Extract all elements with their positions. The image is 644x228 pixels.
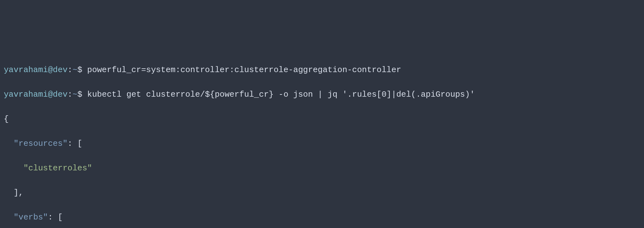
prompt-host: dev xyxy=(53,90,68,99)
command-2: kubectl get clusterrole/${powerful_cr} -… xyxy=(87,90,475,99)
command-text-2 xyxy=(82,90,87,99)
json-string-clusterroles: "clusterroles" xyxy=(23,163,92,173)
command-text-1 xyxy=(82,65,87,75)
json-output-line: "verbs": [ xyxy=(4,211,640,224)
prompt-colon: : xyxy=(68,90,73,99)
command-line-2[interactable]: yavrahami@dev:~$ kubectl get clusterrole… xyxy=(4,88,640,101)
json-punct: : [ xyxy=(48,213,63,222)
prompt-path: ~ xyxy=(72,90,77,99)
json-output-line: "clusterroles" xyxy=(4,162,640,174)
json-output-line: "resources": [ xyxy=(4,138,640,150)
terminal-output: yavrahami@dev:~$ powerful_cr=system:cont… xyxy=(4,52,640,228)
json-key-verbs: "verbs" xyxy=(14,213,48,222)
json-output-line: ], xyxy=(4,187,640,199)
json-output-line: { xyxy=(4,113,640,125)
json-close-bracket-comma: ], xyxy=(14,188,23,197)
prompt-colon: : xyxy=(68,65,73,75)
prompt-path: ~ xyxy=(72,65,77,75)
json-punct: : [ xyxy=(68,139,82,148)
command-line-1[interactable]: yavrahami@dev:~$ powerful_cr=system:cont… xyxy=(4,64,640,76)
command-1: powerful_cr=system:controller:clusterrol… xyxy=(87,65,401,75)
prompt-host: dev xyxy=(53,65,68,75)
json-key-resources: "resources" xyxy=(14,139,68,148)
prompt-dollar: $ xyxy=(77,65,82,75)
prompt-at: @ xyxy=(48,65,53,75)
prompt-at: @ xyxy=(48,90,53,99)
prompt-user: yavrahami xyxy=(4,65,48,75)
json-open-brace: { xyxy=(4,114,9,124)
prompt-user: yavrahami xyxy=(4,90,48,99)
prompt-dollar: $ xyxy=(77,90,82,99)
